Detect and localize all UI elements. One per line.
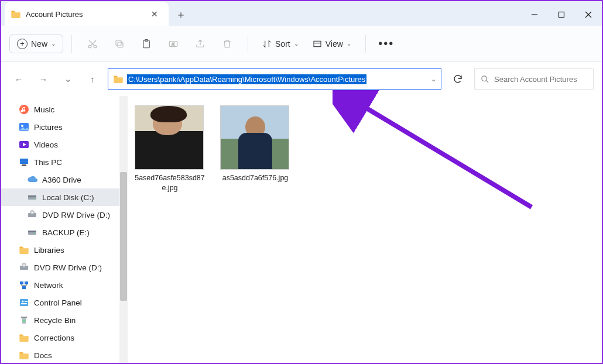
up-button[interactable]: ↑ xyxy=(83,70,102,88)
close-tab-icon[interactable]: ✕ xyxy=(149,8,160,20)
svg-rect-21 xyxy=(20,159,28,164)
folder-icon xyxy=(11,9,21,19)
plus-circle-icon: + xyxy=(17,39,28,49)
sidebar-item-label: DVD RW Drive (D:) xyxy=(34,263,102,272)
new-tab-button[interactable]: ＋ xyxy=(171,5,191,25)
window-tab[interactable]: Account Pictures ✕ xyxy=(5,2,169,26)
view-button[interactable]: View ⌄ xyxy=(307,36,357,52)
recent-dropdown[interactable]: ⌄ xyxy=(59,70,77,88)
tab-title: Account Pictures xyxy=(26,10,144,19)
search-box[interactable] xyxy=(474,68,594,90)
view-icon xyxy=(313,39,322,49)
sidebar-item-label: Corrections xyxy=(34,334,74,342)
view-label: View xyxy=(326,39,343,49)
chevron-down-icon: ⌄ xyxy=(294,40,299,47)
pictures-icon xyxy=(19,122,29,132)
minimize-button[interactable] xyxy=(521,4,548,26)
file-thumbnail xyxy=(135,105,204,170)
close-window-button[interactable] xyxy=(575,4,602,26)
rename-icon[interactable]: A xyxy=(161,32,186,56)
navigation-sidebar: MusicPicturesVideosThis PCA360 DriveLoca… xyxy=(1,96,128,363)
address-history-dropdown[interactable]: ⌄ xyxy=(431,75,436,83)
svg-line-44 xyxy=(356,102,532,207)
file-name: 5ased76asfe583sd87e.jpg xyxy=(135,173,205,193)
svg-rect-39 xyxy=(20,299,28,306)
sort-button[interactable]: Sort ⌄ xyxy=(256,36,304,52)
sidebar-item[interactable]: Docs xyxy=(1,346,128,364)
svg-point-32 xyxy=(34,233,35,234)
sidebar-item[interactable]: This PC xyxy=(1,153,128,171)
folder-icon xyxy=(113,74,124,84)
svg-rect-23 xyxy=(21,166,27,166)
cloud-icon xyxy=(27,174,37,185)
sidebar-item[interactable]: Libraries xyxy=(1,241,128,259)
sidebar-item-label: Libraries xyxy=(34,246,64,255)
share-icon[interactable] xyxy=(188,32,213,56)
sidebar-item[interactable]: Recycle Bin xyxy=(1,311,128,329)
sidebar-item[interactable]: Pictures xyxy=(1,118,128,136)
forward-button[interactable]: → xyxy=(34,70,53,88)
annotation-arrow xyxy=(333,90,543,225)
back-button[interactable]: ← xyxy=(9,70,28,88)
delete-icon[interactable] xyxy=(215,32,239,56)
search-input[interactable] xyxy=(494,75,587,84)
sidebar-item[interactable]: Music xyxy=(1,101,128,118)
svg-point-40 xyxy=(22,301,24,303)
sidebar-item-label: Local Disk (C:) xyxy=(42,193,94,202)
scrollbar-thumb[interactable] xyxy=(120,172,127,301)
chevron-down-icon: ⌄ xyxy=(347,40,351,47)
chevron-down-icon: ⌄ xyxy=(51,40,56,47)
cut-icon[interactable] xyxy=(80,32,105,56)
svg-point-29 xyxy=(32,212,33,213)
navigation-row: ← → ⌄ ↑ C:\Users\panki\AppData\Roaming\M… xyxy=(1,62,602,96)
file-name: as5asdd7a6f576.jpg xyxy=(220,173,290,183)
sidebar-item[interactable]: DVD RW Drive (D:) xyxy=(1,259,128,276)
sidebar-item[interactable]: DVD RW Drive (D:) xyxy=(1,206,128,224)
new-button[interactable]: + New ⌄ xyxy=(9,35,63,53)
sort-label: Sort xyxy=(275,39,290,49)
address-bar[interactable]: C:\Users\panki\AppData\Roaming\Microsoft… xyxy=(108,68,441,90)
sidebar-item[interactable]: Corrections xyxy=(1,329,128,346)
dvd-icon xyxy=(19,262,29,273)
svg-rect-13 xyxy=(314,41,321,46)
svg-rect-36 xyxy=(20,281,23,284)
sidebar-item-label: Pictures xyxy=(34,123,63,132)
file-item[interactable]: 5ased76asfe583sd87e.jpg xyxy=(135,105,205,193)
refresh-button[interactable] xyxy=(447,68,468,90)
svg-point-19 xyxy=(21,125,23,127)
address-path[interactable]: C:\Users\panki\AppData\Roaming\Microsoft… xyxy=(127,74,366,84)
sidebar-item[interactable]: Videos xyxy=(1,136,128,153)
sidebar-item[interactable]: BACKUP (E:) xyxy=(1,224,128,241)
sidebar-item[interactable]: Network xyxy=(1,276,128,294)
svg-rect-31 xyxy=(28,231,36,232)
sidebar-item-label: Recycle Bin xyxy=(34,316,76,325)
copy-icon[interactable] xyxy=(107,32,132,56)
svg-rect-43 xyxy=(21,317,27,318)
sidebar-scrollbar[interactable] xyxy=(119,96,128,363)
sidebar-item[interactable]: Local Disk (C:) xyxy=(1,188,128,206)
more-button[interactable]: ••• xyxy=(374,32,399,56)
sidebar-item[interactable]: Control Panel xyxy=(1,294,128,311)
sidebar-item-label: A360 Drive xyxy=(42,176,81,184)
paste-icon[interactable] xyxy=(134,32,159,56)
title-bar: Account Pictures ✕ ＋ xyxy=(1,1,602,26)
network-icon xyxy=(19,280,29,290)
separator xyxy=(248,35,248,53)
sidebar-item-label: Music xyxy=(34,105,54,114)
sidebar-item-label: Videos xyxy=(34,140,58,149)
recycle-icon xyxy=(19,315,29,325)
sidebar-item-label: Docs xyxy=(34,351,52,360)
separator xyxy=(365,35,366,53)
sort-icon xyxy=(262,39,272,49)
control-icon xyxy=(19,297,29,308)
disk-icon xyxy=(27,227,37,238)
window-controls xyxy=(521,4,602,26)
sidebar-item-label: This PC xyxy=(34,158,62,167)
svg-point-26 xyxy=(34,198,35,199)
file-item[interactable]: as5asdd7a6f576.jpg xyxy=(220,105,290,183)
sidebar-item[interactable]: A360 Drive xyxy=(1,171,128,188)
thispc-icon xyxy=(19,157,29,167)
svg-rect-37 xyxy=(25,281,28,284)
maximize-button[interactable] xyxy=(548,4,575,26)
svg-rect-38 xyxy=(22,286,26,289)
